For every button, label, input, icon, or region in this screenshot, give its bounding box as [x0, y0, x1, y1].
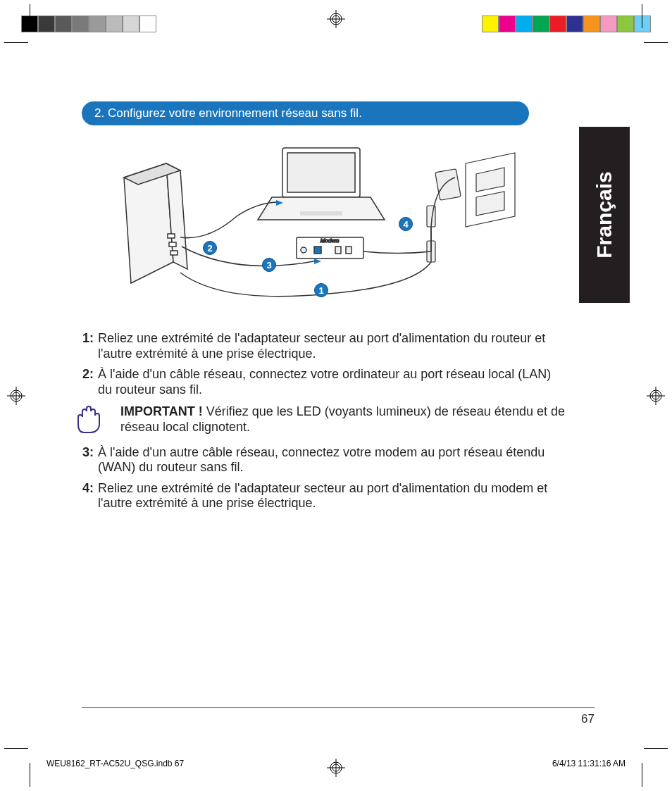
color-swatch	[549, 15, 566, 32]
print-slug: WEU8162_RT-AC52U_QSG.indb 67 6/4/13 11:3…	[42, 759, 630, 768]
steps-list: 1: Reliez une extrémité de l'adaptateur …	[74, 331, 568, 517]
wiring-diagram: Modem	[82, 135, 518, 308]
color-swatch	[482, 15, 499, 32]
color-swatch	[499, 15, 516, 32]
important-lead: IMPORTANT !	[120, 404, 203, 418]
color-swatch	[89, 15, 106, 32]
crop-mark	[4, 42, 28, 43]
diagram-callout-3: 3	[262, 258, 276, 272]
step-item: 4: Reliez une extrémité de l'adaptateur …	[74, 481, 568, 511]
color-swatch	[72, 15, 89, 32]
svg-rect-26	[346, 247, 351, 254]
language-tab-label: Français	[592, 171, 616, 258]
svg-rect-23	[314, 247, 321, 254]
section-heading: 2. Configurez votre environnement réseau…	[82, 101, 529, 125]
svg-rect-27	[435, 169, 461, 201]
crop-mark	[30, 4, 30, 28]
svg-rect-16	[168, 234, 175, 238]
slug-file: WEU8162_RT-AC52U_QSG.indb 67	[46, 759, 184, 768]
svg-rect-17	[169, 242, 176, 247]
svg-rect-18	[170, 251, 178, 255]
crop-mark	[642, 763, 642, 787]
step-number: 1:	[74, 331, 98, 361]
step-item: 1: Reliez une extrémité de l'adaptateur …	[74, 331, 568, 361]
color-swatch	[583, 15, 600, 32]
crop-mark	[644, 748, 668, 749]
step-text: À l'aide d'un câble réseau, connectez vo…	[98, 367, 568, 397]
section-heading-text: 2. Configurez votre environnement réseau…	[94, 106, 362, 120]
color-swatch	[533, 15, 549, 32]
diagram-callout-4: 4	[399, 217, 413, 231]
important-note: IMPORTANT ! Vérifiez que les LED (voyant…	[74, 404, 568, 435]
svg-rect-21	[300, 211, 342, 216]
crop-mark	[30, 763, 30, 787]
svg-point-24	[301, 247, 306, 253]
registration-mark-icon	[647, 387, 665, 405]
color-swatch	[55, 15, 72, 32]
footer-rule	[82, 707, 595, 708]
diagram-callout-2: 2	[203, 241, 217, 255]
color-swatch	[634, 15, 651, 32]
crop-mark	[642, 4, 642, 28]
step-number: 2:	[74, 367, 98, 397]
step-number: 3:	[74, 445, 98, 475]
slug-date: 6/4/13 11:31:16 AM	[552, 759, 626, 768]
step-number: 4:	[74, 481, 98, 511]
color-swatch	[600, 15, 617, 32]
diagram-callout-1: 1	[314, 283, 328, 297]
hand-stop-icon	[74, 404, 104, 434]
color-swatch	[123, 15, 139, 32]
step-text: Reliez une extrémité de l'adaptateur sec…	[98, 331, 568, 361]
color-swatch	[38, 15, 55, 32]
page-number: 67	[581, 712, 595, 726]
registration-mark-icon	[327, 10, 345, 28]
color-swatch	[617, 15, 634, 32]
step-item: 3: À l'aide d'un autre câble réseau, con…	[74, 445, 568, 475]
language-tab: Français	[579, 127, 630, 303]
step-item: 2: À l'aide d'un câble réseau, connectez…	[74, 367, 568, 397]
page-content: Français 2. Configurez votre environneme…	[42, 56, 630, 735]
svg-marker-31	[314, 259, 321, 264]
color-swatch	[106, 15, 123, 32]
svg-rect-20	[287, 153, 355, 192]
crop-mark	[644, 42, 668, 43]
crop-mark	[4, 748, 28, 749]
modem-label: Modem	[321, 237, 340, 244]
step-text: Reliez une extrémité de l'adaptateur sec…	[98, 481, 568, 511]
color-swatch	[139, 15, 156, 32]
color-swatch	[566, 15, 583, 32]
important-text: IMPORTANT ! Vérifiez que les LED (voyant…	[120, 404, 568, 435]
color-swatch	[516, 15, 533, 32]
registration-mark-icon	[7, 387, 25, 405]
step-text: À l'aide d'un autre câble réseau, connec…	[98, 445, 568, 475]
svg-rect-25	[335, 247, 341, 254]
